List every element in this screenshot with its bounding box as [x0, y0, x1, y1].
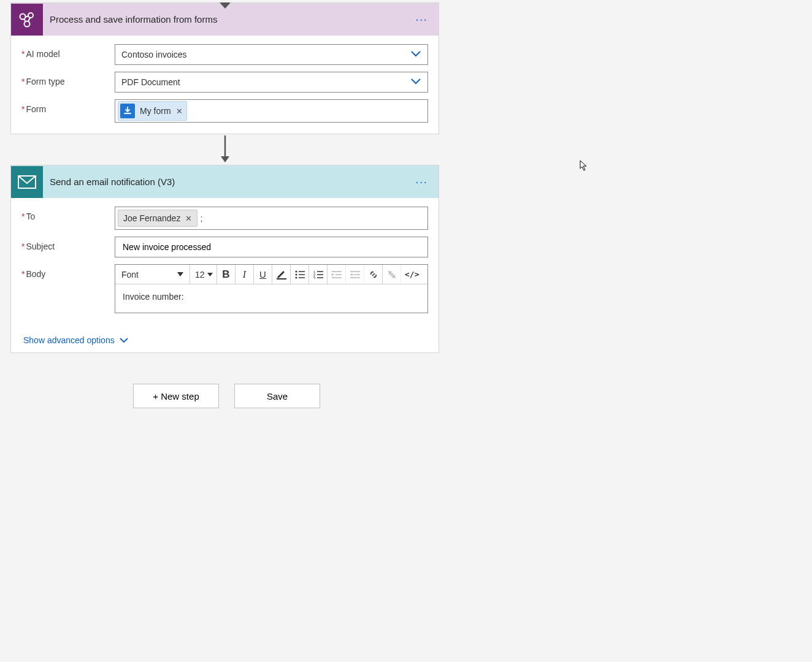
underline-button[interactable]: U	[254, 265, 272, 284]
font-dropdown[interactable]: Font	[115, 265, 190, 284]
form-type-label: Form type	[26, 77, 64, 86]
bold-button[interactable]: B	[217, 265, 236, 284]
svg-point-15	[295, 273, 297, 275]
ai-forms-card: Process and save information from forms …	[10, 2, 439, 134]
svg-point-3	[25, 21, 30, 26]
form-type-value: PDF Document	[121, 77, 180, 87]
svg-marker-8	[221, 156, 229, 162]
unlink-button	[383, 265, 401, 284]
ai-model-label: AI model	[26, 49, 59, 59]
more-menu-button[interactable]: ···	[412, 12, 431, 26]
remove-token-button[interactable]: ✕	[176, 107, 183, 116]
svg-marker-26	[332, 273, 334, 276]
chevron-down-icon	[410, 77, 421, 87]
form-token[interactable]: My form ✕	[118, 101, 187, 121]
ai-model-value: Contoso invoices	[121, 50, 187, 59]
recipient-name: Joe Fernandez	[123, 213, 180, 223]
text-color-button[interactable]	[272, 265, 291, 284]
form-input[interactable]: My form ✕	[115, 99, 428, 123]
ai-builder-icon	[11, 4, 43, 36]
chevron-down-icon	[120, 338, 128, 343]
italic-button[interactable]: I	[236, 265, 254, 284]
link-button[interactable]	[364, 265, 383, 284]
recipient-token[interactable]: Joe Fernandez ✕	[118, 210, 197, 227]
number-list-button[interactable]: 1 2 3	[309, 265, 327, 284]
email-card: Send an email notification (V3) ··· *To …	[10, 165, 439, 353]
more-menu-button[interactable]: ···	[412, 175, 431, 189]
indent-button	[346, 265, 364, 284]
body-content[interactable]: Invoice number:	[115, 284, 427, 313]
to-label: To	[26, 211, 35, 221]
form-type-select[interactable]: PDF Document	[115, 72, 428, 93]
svg-text:3: 3	[313, 276, 316, 279]
subject-input[interactable]	[115, 237, 428, 257]
show-advanced-options-link[interactable]: Show advanced options	[11, 324, 139, 352]
body-label: Body	[26, 269, 45, 279]
card-header[interactable]: Send an email notification (V3) ···	[11, 166, 439, 198]
email-icon	[11, 166, 43, 198]
svg-point-13	[295, 270, 297, 272]
code-view-button[interactable]: </>	[401, 265, 423, 284]
save-button[interactable]: Save	[234, 384, 320, 408]
body-editor: Font 12 B I U	[115, 264, 428, 313]
svg-marker-10	[177, 272, 183, 276]
bullet-list-button[interactable]	[291, 265, 309, 284]
card-title: Send an email notification (V3)	[43, 177, 412, 187]
svg-marker-11	[207, 273, 213, 276]
dynamic-content-icon	[120, 104, 135, 118]
form-label: Form	[26, 104, 46, 114]
subject-label: Subject	[26, 242, 55, 251]
font-size-dropdown[interactable]: 12	[190, 265, 217, 284]
rte-toolbar: Font 12 B I U	[115, 265, 427, 284]
outdent-button	[327, 265, 346, 284]
chevron-down-icon	[410, 50, 421, 59]
svg-marker-30	[350, 273, 353, 276]
new-step-button[interactable]: + New step	[133, 384, 219, 408]
form-token-label: My form	[140, 106, 171, 116]
svg-line-6	[28, 18, 30, 21]
ai-model-select[interactable]: Contoso invoices	[115, 44, 428, 65]
svg-marker-0	[220, 2, 231, 9]
remove-recipient-button[interactable]: ✕	[185, 214, 192, 223]
connector-arrow	[10, 134, 439, 165]
recipient-separator: ;	[199, 213, 204, 223]
to-input[interactable]: Joe Fernandez ✕ ;	[115, 207, 428, 230]
svg-point-17	[295, 276, 297, 278]
svg-point-2	[28, 13, 33, 18]
svg-rect-12	[277, 278, 286, 280]
svg-line-5	[24, 19, 26, 21]
card-title: Process and save information from forms	[43, 14, 412, 25]
mouse-cursor-icon	[580, 160, 589, 170]
svg-point-1	[20, 13, 26, 19]
